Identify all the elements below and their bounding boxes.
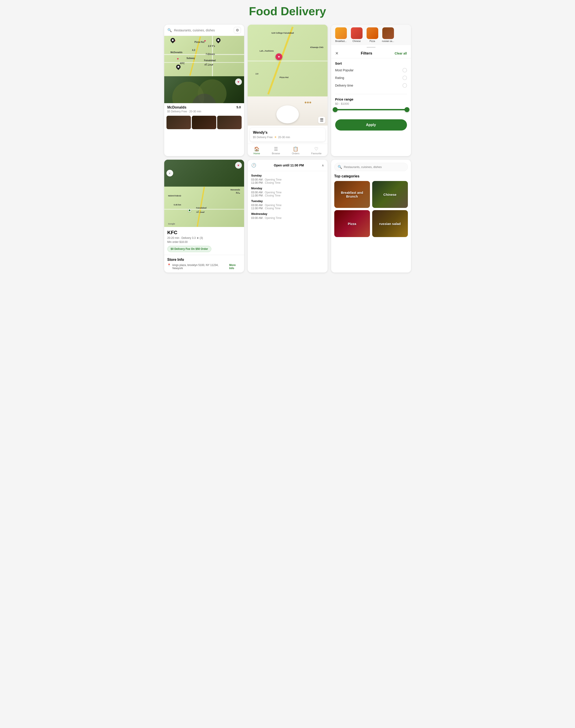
kfc-map-manawala-ar: مانالا (236, 192, 240, 194)
cat-card-breakfast[interactable]: Breakfast andBrunch (334, 181, 370, 208)
map-area-1[interactable]: McDonalds Pizza Hut 2.0 Y's 4.3 7-Eleven… (164, 36, 244, 76)
cat-label-pizza: Pizza (370, 40, 375, 42)
hours-header: 🕐 Open until 11:00 PM ∧ (248, 160, 328, 171)
kfc-map-distance: 0.45 km (174, 204, 181, 206)
tuesday-closing: 11:00 PM . Closing Time (251, 207, 324, 210)
kfc-map-nishatabad: NISHATABAD (168, 195, 181, 197)
hours-status: Open until 11:00 PM (274, 164, 304, 167)
location-icon: 📍 (167, 264, 171, 267)
search-icon: 🔍 (167, 28, 172, 32)
map-label-rating: 4.3 (192, 49, 195, 51)
wendy-map[interactable]: ILM College Faisalabad Khawaja CNG Pizza… (248, 25, 328, 97)
nav-orders[interactable]: 📋 Orders (292, 146, 300, 155)
sort-popular-radio[interactable] (403, 68, 407, 72)
cat-chinese[interactable]: Chinese (350, 27, 364, 42)
cat-pizza[interactable]: Pizza (366, 27, 379, 42)
hours-wednesday: Wednesday 03:00 AM . Opening Time (251, 212, 324, 219)
nav-favourite-label: Favourite (311, 152, 322, 155)
cat-breakfast[interactable]: Breakfast... (334, 27, 348, 42)
cat-thumb-chinese (351, 27, 363, 39)
cat-card-label-chinese: Chinese (383, 193, 397, 197)
thumb-1 (166, 116, 191, 129)
menu-list-button[interactable]: ☰ (318, 117, 325, 123)
sort-rating-radio[interactable] (403, 76, 407, 80)
kfc-info: KFC 20-20 min · Delivery 3.3 ★ (3) Min o… (164, 227, 244, 255)
filter-button[interactable]: ⚙ (234, 27, 241, 33)
restaurant-meta: $5 Delivery Free · 20-30 min (167, 110, 201, 113)
kfc-img-area: ‹ ♥ (164, 160, 244, 186)
panel-wendys: ILM College Faisalabad Khawaja CNG Pizza… (248, 25, 328, 156)
cat-overlay-pizza: Pizza (334, 210, 370, 237)
store-info-section: Store Info 📍 kings plaza, brooklyn 5100,… (164, 255, 244, 273)
price-section: Price range $0 - $1000 (331, 94, 411, 117)
wendys-name: Wendy's (253, 131, 322, 135)
store-info-title: Store Info (167, 258, 241, 262)
panel-filters: Breakfast... Chinese Pizza russian sa...… (331, 25, 411, 156)
kfc-fav-button[interactable]: ♥ (235, 162, 242, 169)
kfc-map[interactable]: Manawala مانالا NISHATABAD Faisalabad فی… (164, 186, 244, 227)
category-grid: Breakfast andBrunch Chinese Pizza russia… (334, 181, 408, 237)
sort-section: Sort Most Popular Rating Delivery time (331, 58, 411, 94)
map-label-subway: Subway (187, 57, 195, 60)
cat-overlay-russian: russian salad (372, 210, 408, 237)
close-filter-button[interactable]: ✕ (335, 51, 339, 56)
thumb-2 (192, 116, 216, 129)
restaurant-rating: 5.0 (236, 105, 241, 109)
sort-title: Sort (335, 62, 407, 65)
search-input-2[interactable] (344, 165, 405, 169)
clear-all-button[interactable]: Clear all (395, 51, 407, 55)
wednesday-label: Wednesday (251, 212, 324, 215)
cat-card-label-russian: russian salad (379, 222, 401, 226)
orders-icon: 📋 (293, 146, 298, 151)
kfc-location-marker (188, 209, 191, 212)
apply-button[interactable]: Apply (335, 119, 407, 131)
nav-home-label: Home (253, 152, 260, 155)
price-slider-track[interactable] (335, 109, 407, 110)
cat-card-chinese[interactable]: Chinese (372, 181, 408, 208)
map-label-faisalabad-ar: فیصل آباد (204, 63, 213, 66)
cat-thumb-pizza (367, 27, 378, 39)
thumb-3 (217, 116, 242, 129)
kfc-name: KFC (167, 230, 241, 236)
cat-russian[interactable]: russian sa... (381, 27, 395, 42)
prev-button[interactable]: ‹ (166, 170, 173, 176)
nav-bar: 🏠 Home ☰ Browse 📋 Orders ♡ Favourite (248, 144, 328, 156)
wendys-info-card: Wendy's $5 Delivery Free ☀ 20-30 min (250, 128, 325, 141)
restaurant-name: McDonalds (167, 105, 201, 109)
favorite-button[interactable]: ♥ (235, 78, 242, 85)
nav-favourite[interactable]: ♡ Favourite (311, 146, 322, 155)
sort-popular-label: Most Popular (335, 68, 353, 72)
nav-home[interactable]: 🏠 Home (253, 146, 260, 155)
nav-browse[interactable]: ☰ Browse (272, 146, 280, 155)
wendys-pin: ♥ (275, 54, 282, 60)
cat-card-russian[interactable]: russian salad (372, 210, 408, 237)
tuesday-label: Tuesday (251, 199, 324, 203)
slider-thumb-right[interactable] (405, 107, 409, 112)
cat-label-chinese: Chinese (352, 40, 361, 42)
chevron-up-icon[interactable]: ∧ (322, 164, 324, 167)
cat-label-russian: russian sa... (382, 40, 394, 42)
clock-icon: 🕐 (251, 163, 256, 168)
map-label-pizzahut: Pizza Hut (195, 41, 204, 43)
map-text-pizzahut: Pizza Hut (279, 76, 289, 78)
cat-label-breakfast: Breakfast... (335, 40, 347, 42)
filter-header: ✕ Filters Clear all (331, 48, 411, 58)
tuesday-opening: 03:00 AM . Opening Time (251, 204, 324, 207)
hours-sunday: Sunday 03:00 AM . Opening Time 11:00 PM … (251, 174, 324, 184)
panel-hours: 🕐 Open until 11:00 PM ∧ Sunday 03:00 AM … (248, 160, 328, 273)
monday-opening: 03:00 AM . Opening Time (251, 191, 324, 194)
more-info-link[interactable]: More Info (229, 264, 241, 270)
map-label-7eleven: 7-Eleven (206, 53, 215, 56)
search-icon-2: 🔍 (338, 165, 342, 169)
panel-kfc: ‹ ♥ Manawala مانالا NISHATABAD Faisalaba… (164, 160, 244, 273)
search-input-1[interactable] (174, 29, 232, 32)
kfc-map-faisalabad: Faisalabad (196, 207, 207, 209)
store-address: 📍 kings plaza, brooklyn 5100, NY 11234, … (167, 264, 241, 270)
cat-card-pizza[interactable]: Pizza (334, 210, 370, 237)
delivery-badge: $0 Delivery Fee On $50 Order (167, 246, 211, 252)
sort-delivery-radio[interactable] (403, 83, 407, 88)
browse-icon: ☰ (274, 146, 278, 151)
nav-orders-label: Orders (292, 152, 300, 155)
slider-thumb-left[interactable] (333, 107, 338, 112)
cat-thumb-breakfast (335, 27, 347, 39)
